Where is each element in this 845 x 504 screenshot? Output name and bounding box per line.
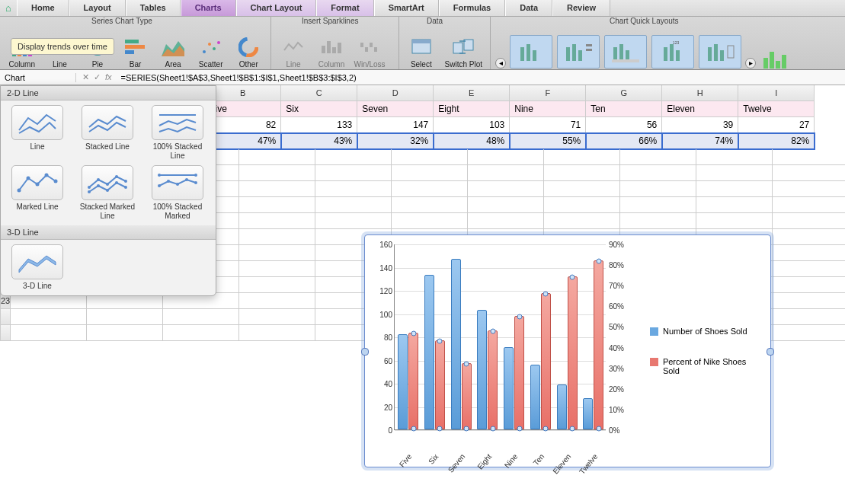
cell[interactable]: Five: [205, 101, 281, 117]
cell[interactable]: 147: [357, 117, 434, 133]
cell[interactable]: [239, 197, 315, 213]
cell[interactable]: [239, 165, 315, 181]
tab-charts[interactable]: Charts: [181, 0, 236, 16]
cell[interactable]: [11, 309, 87, 325]
cell[interactable]: [773, 181, 845, 197]
name-box[interactable]: Chart: [0, 73, 76, 82]
column-header[interactable]: E: [434, 85, 510, 101]
embedded-chart[interactable]: 020406080100120140160 0%10%20%30%40%50%6…: [364, 234, 771, 467]
tab-home[interactable]: Home: [17, 0, 69, 16]
confirm-icon[interactable]: ✓: [94, 72, 101, 82]
cell[interactable]: 43%: [281, 133, 357, 149]
cell[interactable]: [544, 197, 620, 213]
cell[interactable]: [620, 165, 696, 181]
quick-layout-4[interactable]: 123: [651, 35, 694, 69]
line-type-marked[interactable]: Marked Line: [5, 165, 69, 221]
column-header[interactable]: I: [738, 85, 815, 101]
cell[interactable]: [468, 213, 544, 229]
cell[interactable]: [239, 293, 315, 309]
cell[interactable]: [87, 309, 163, 325]
line-type-100-stacked[interactable]: 100% Stacked Line: [146, 105, 210, 161]
quick-layout-prev[interactable]: ◂: [495, 58, 506, 69]
cell[interactable]: [392, 213, 468, 229]
line-type-3d[interactable]: 3-D Line: [5, 244, 69, 291]
tab-review[interactable]: Review: [552, 0, 610, 16]
data-switch-plot[interactable]: Switch Plot: [440, 27, 487, 69]
tab-chart-layout[interactable]: Chart Layout: [236, 0, 317, 16]
tab-layout[interactable]: Layout: [69, 0, 126, 16]
chart-type-other[interactable]: Other: [229, 27, 267, 69]
sparkline-winloss[interactable]: Win/Loss: [350, 27, 389, 69]
cell[interactable]: [620, 213, 696, 229]
cell[interactable]: 27: [738, 117, 815, 133]
cell[interactable]: Nine: [510, 101, 586, 117]
chart-type-area[interactable]: Area: [154, 27, 192, 69]
cell[interactable]: 48%: [434, 133, 510, 149]
cell[interactable]: [239, 229, 315, 245]
cancel-icon[interactable]: ✕: [82, 72, 89, 82]
tab-data[interactable]: Data: [505, 0, 552, 16]
cell[interactable]: [620, 181, 696, 197]
row-header[interactable]: [0, 325, 11, 341]
tab-smartart[interactable]: SmartArt: [374, 0, 439, 16]
line-type-line[interactable]: Line: [5, 105, 69, 161]
cell[interactable]: [239, 245, 315, 261]
tab-format[interactable]: Format: [316, 0, 373, 16]
cell[interactable]: Eleven: [662, 101, 738, 117]
cell[interactable]: [315, 149, 392, 165]
cell[interactable]: [544, 181, 620, 197]
cell[interactable]: [620, 149, 696, 165]
cell[interactable]: [163, 325, 239, 341]
cell[interactable]: [239, 149, 315, 165]
line-type-stacked-marked[interactable]: Stacked Marked Line: [75, 165, 139, 221]
cell[interactable]: Ten: [586, 101, 662, 117]
cell[interactable]: 56: [586, 117, 662, 133]
cell[interactable]: Twelve: [738, 101, 815, 117]
cell[interactable]: 82%: [738, 133, 815, 149]
cell[interactable]: [773, 309, 845, 325]
quick-layout-3[interactable]: [604, 35, 647, 69]
column-header[interactable]: F: [510, 85, 586, 101]
tab-formulas[interactable]: Formulas: [439, 0, 506, 16]
cell[interactable]: [239, 325, 315, 341]
cell[interactable]: [392, 149, 468, 165]
cell[interactable]: [392, 197, 468, 213]
home-icon[interactable]: ⌂: [0, 0, 17, 16]
fx-icon[interactable]: fx: [105, 72, 112, 82]
cell[interactable]: [239, 213, 315, 229]
line-type-stacked[interactable]: Stacked Line: [75, 105, 139, 161]
tab-tables[interactable]: Tables: [126, 0, 181, 16]
cell[interactable]: [773, 149, 845, 165]
cell[interactable]: 47%: [205, 133, 281, 149]
cell[interactable]: [163, 309, 239, 325]
cell[interactable]: [696, 149, 773, 165]
cell[interactable]: [544, 149, 620, 165]
cell[interactable]: [773, 213, 845, 229]
cell[interactable]: [468, 181, 544, 197]
cell[interactable]: [239, 261, 315, 277]
data-select[interactable]: Select: [402, 27, 440, 69]
column-header[interactable]: C: [281, 85, 357, 101]
cell[interactable]: [544, 213, 620, 229]
cell[interactable]: [468, 197, 544, 213]
quick-layout-next[interactable]: ▸: [745, 58, 756, 69]
cell[interactable]: 82: [205, 117, 281, 133]
cell[interactable]: 66%: [586, 133, 662, 149]
cell[interactable]: [773, 277, 845, 293]
cell[interactable]: Six: [281, 101, 357, 117]
sparkline-column[interactable]: Column: [312, 27, 350, 69]
line-type-100-stacked-marked[interactable]: 100% Stacked Marked: [146, 165, 210, 221]
cell[interactable]: [315, 165, 392, 181]
cell[interactable]: [773, 325, 845, 341]
cell[interactable]: [239, 181, 315, 197]
cell[interactable]: 74%: [662, 133, 738, 149]
cell[interactable]: [773, 293, 845, 309]
formula-input[interactable]: =SERIES(Sheet1!$A$3,Sheet1!$B$1:$I$1,She…: [118, 73, 845, 82]
cell[interactable]: [773, 261, 845, 277]
cell[interactable]: 103: [434, 117, 510, 133]
cell[interactable]: [696, 213, 773, 229]
cell[interactable]: [468, 149, 544, 165]
quick-layout-2[interactable]: [557, 35, 600, 69]
column-header[interactable]: B: [205, 85, 281, 101]
cell[interactable]: [11, 325, 87, 341]
